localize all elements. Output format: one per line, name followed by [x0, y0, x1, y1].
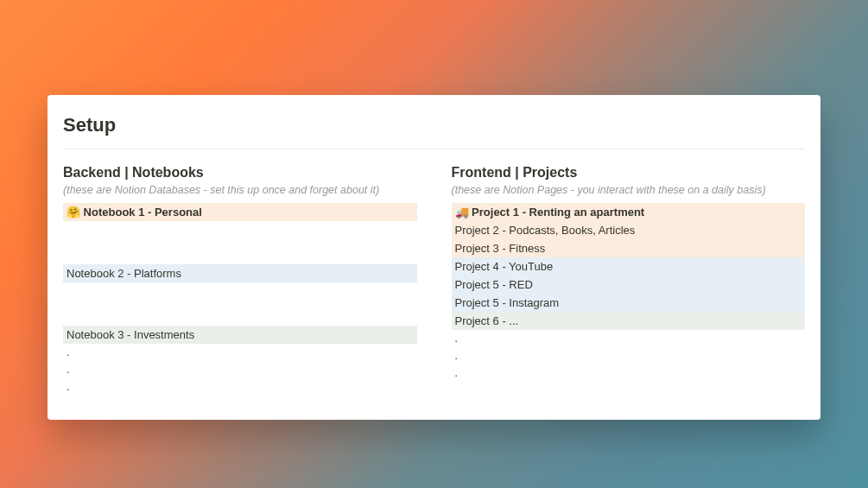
spacer — [63, 221, 417, 264]
more-dot: . — [452, 330, 806, 347]
notebook-row[interactable]: Notebook 2 - Platforms — [63, 264, 417, 282]
backend-subtitle: (these are Notion Databases - set this u… — [63, 184, 417, 196]
frontend-rows: 🚚 Project 1 - Renting an apartmentProjec… — [452, 203, 806, 382]
project-row[interactable]: Project 3 - Fitness — [452, 239, 806, 257]
frontend-column: Frontend | Projects (these are Notion Pa… — [452, 165, 806, 396]
more-dot: . — [452, 364, 806, 382]
frontend-subtitle: (these are Notion Pages - you interact w… — [452, 184, 806, 196]
frontend-heading: Frontend | Projects — [452, 165, 806, 181]
spacer — [63, 282, 417, 326]
backend-rows: 🤗 Notebook 1 - PersonalNotebook 2 - Plat… — [63, 203, 417, 396]
project-row[interactable]: Project 4 - YouTube — [452, 257, 806, 276]
more-dot: . — [452, 347, 806, 364]
project-row[interactable]: 🚚 Project 1 - Renting an apartment — [452, 203, 806, 221]
project-row[interactable]: Project 5 - Instagram — [452, 294, 806, 312]
notebook-row[interactable]: Notebook 3 - Investments — [63, 326, 417, 344]
project-row[interactable]: Project 5 - RED — [452, 276, 806, 294]
more-dot: . — [63, 361, 417, 378]
project-row[interactable]: Project 6 - ... — [452, 312, 806, 330]
backend-heading: Backend | Notebooks — [63, 165, 417, 181]
columns-container: Backend | Notebooks (these are Notion Da… — [63, 165, 805, 396]
setup-card: Setup Backend | Notebooks (these are Not… — [48, 95, 820, 420]
more-dot: . — [63, 378, 417, 396]
backend-column: Backend | Notebooks (these are Notion Da… — [63, 165, 417, 396]
notebook-row[interactable]: 🤗 Notebook 1 - Personal — [63, 203, 417, 221]
project-row[interactable]: Project 2 - Podcasts, Books, Articles — [452, 221, 806, 239]
more-dot: . — [63, 344, 417, 361]
page-title: Setup — [63, 114, 805, 149]
